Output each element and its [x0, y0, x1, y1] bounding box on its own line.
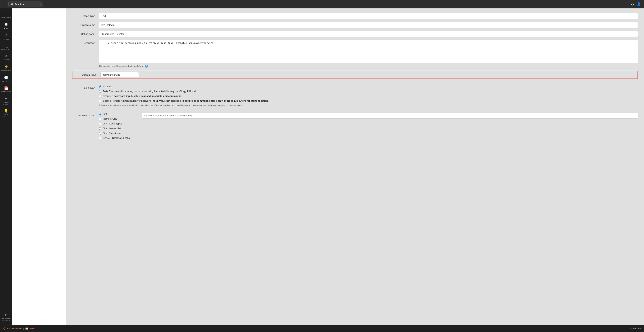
- radio-jira-issues-list-input[interactable]: [99, 127, 102, 130]
- radio-sensu-options-label: Sensu / Options Checks: [103, 136, 130, 139]
- option-name-row: Option Name: [72, 22, 638, 28]
- enterprise-icon: ⬡: [3, 327, 5, 330]
- allowed-values-radio-group: List Remote URL Jira / Issue Types: [99, 113, 137, 139]
- sidebar-item-calendars[interactable]: 📅 CALENDARS: [0, 84, 12, 95]
- description-content-area[interactable]: 1 Selector for defining pods to retrieve…: [99, 40, 638, 63]
- sidebar-label-jobs: JOBS: [4, 27, 8, 29]
- bottom-bar: ⬡ ENTERPRISE | 📰 News ⚙ Support: [0, 325, 644, 332]
- radio-secure-input[interactable]: [99, 95, 102, 97]
- user-icon[interactable]: 👤: [637, 2, 641, 6]
- option-label-control: [99, 31, 638, 37]
- sidebar-item-commands[interactable]: ›_ COMMANDS: [0, 42, 12, 52]
- left-panel: [12, 8, 66, 325]
- sidebar-item-project-settings[interactable]: ⚙ PROJECT SETTINGS: [0, 311, 12, 324]
- input-type-control: Plain text Date The date will pass to yo…: [99, 85, 638, 106]
- sidebar-item-schedules[interactable]: 🕐 SCHEDULES: [0, 73, 12, 84]
- radio-secure-remote-label: Secure Remote Authentication † Password …: [103, 99, 268, 102]
- news-label[interactable]: News: [30, 327, 36, 330]
- bottom-bar-left: ⬡ ENTERPRISE | 📰 News: [3, 327, 36, 330]
- radio-remote-url[interactable]: Remote URL: [99, 117, 137, 120]
- option-name-input[interactable]: [99, 22, 638, 28]
- radio-jira-issues-list[interactable]: Jira / Issues List: [99, 127, 137, 130]
- activity-icon: ↺: [4, 54, 8, 58]
- tour-manager-icon: 💡: [4, 109, 8, 113]
- default-value-label: Default Value: [72, 71, 99, 79]
- nodes-icon: [4, 33, 8, 37]
- sidebar-item-tour-manager[interactable]: 💡 TOUR MANAGER: [0, 107, 12, 119]
- sidebar-item-nodes[interactable]: NODES: [0, 31, 12, 42]
- option-label-input[interactable]: [99, 31, 638, 37]
- sidebar-item-jobs[interactable]: ☰ JOBS: [0, 21, 12, 31]
- radio-list-label: List: [103, 113, 107, 115]
- sidebar-item-dashboard[interactable]: ⊞ DASHBOARD: [0, 10, 12, 21]
- radio-list[interactable]: List: [99, 113, 137, 115]
- radio-date-input[interactable]: [99, 90, 102, 93]
- info-icon: ?: [145, 64, 148, 68]
- radio-plain-text[interactable]: Plain text: [99, 85, 638, 88]
- allowed-values-label: Allowed Values: [72, 113, 99, 117]
- main-layout: ⊞ DASHBOARD ☰ JOBS NODES ›_ COMMANDS ↺ A…: [0, 8, 644, 325]
- radio-jira-issue-types[interactable]: Jira / Issue Types: [99, 122, 137, 125]
- bottom-bar-right[interactable]: ⚙ Support: [630, 327, 641, 330]
- project-settings-icon: ⚙: [4, 313, 8, 317]
- news-separator: |: [23, 327, 24, 330]
- option-name-control: [99, 22, 638, 28]
- radio-sensu-options-input[interactable]: [99, 137, 102, 139]
- default-value-row: Default Value: [72, 71, 638, 79]
- option-type-select[interactable]: Text: [99, 13, 638, 19]
- support-label[interactable]: ⚙ Support: [630, 327, 641, 330]
- sidebar-label-health-checks: HEALTH CHECKS: [1, 101, 12, 105]
- svg-line-3: [5, 34, 6, 35]
- workspace-name: Sandbox: [14, 3, 24, 6]
- settings-icon[interactable]: ⚙: [631, 2, 634, 6]
- description-note-text: The description will be rendered with Ma…: [99, 65, 144, 67]
- radio-list-input[interactable]: [99, 113, 102, 115]
- radio-remote-url-label: Remote URL: [103, 117, 117, 120]
- secure-note: † Secure input values are not stored by …: [99, 104, 638, 106]
- sidebar-label-project-settings: PROJECT SETTINGS: [1, 318, 12, 322]
- input-type-label: Input Type: [72, 85, 99, 89]
- sidebar-item-health-checks[interactable]: ♥ HEALTH CHECKS: [0, 95, 12, 107]
- schedules-icon: 🕐: [4, 75, 8, 80]
- svg-line-4: [6, 34, 7, 35]
- option-type-control: Text: [99, 13, 638, 19]
- description-note: The description will be rendered with Ma…: [99, 64, 638, 68]
- radio-jira-issue-types-input[interactable]: [99, 123, 102, 125]
- workspace-icon: 🖥: [10, 3, 13, 6]
- radio-sensu-options[interactable]: Sensu / Options Checks: [99, 136, 137, 139]
- sidebar-label-webhooks: WEBHOOKS: [1, 70, 11, 72]
- description-row: Description 1 Selector for defining pods…: [72, 40, 638, 68]
- dropdown-arrow-icon: ▾: [40, 3, 41, 6]
- radio-plain-text-input[interactable]: [99, 85, 102, 88]
- sidebar-label-commands: COMMANDS: [1, 48, 11, 50]
- radio-secure-label: Secure † Password input, value exposed i…: [103, 95, 182, 97]
- sidebar-item-activity[interactable]: ↺ ACTIVITY: [0, 52, 12, 63]
- sidebar-item-webhooks[interactable]: ⚡ WEBHOOKS: [0, 63, 12, 73]
- health-checks-icon: ♥: [5, 97, 7, 101]
- spacer2: [72, 109, 638, 113]
- input-type-radio-group: Plain text Date The date will pass to yo…: [99, 85, 638, 102]
- workspace-selector[interactable]: 🖥 Sandbox ▾: [8, 1, 43, 7]
- line-number: 1: [102, 42, 105, 62]
- radio-plain-text-label: Plain text: [103, 85, 113, 88]
- radio-jira-issue-types-label: Jira / Issue Types: [103, 122, 122, 125]
- delimiter-input-wrap: [142, 113, 638, 118]
- radio-secure[interactable]: Secure † Password input, value exposed i…: [99, 95, 638, 97]
- webhooks-icon: ⚡: [4, 65, 8, 69]
- svg-point-0: [6, 33, 7, 34]
- default-value-input-wrapper: [99, 71, 638, 79]
- delimiter-input[interactable]: [142, 113, 638, 118]
- radio-secure-remote[interactable]: Secure Remote Authentication † Password …: [99, 99, 638, 102]
- option-type-select-wrapper: Text: [99, 13, 638, 19]
- radio-remote-url-input[interactable]: [99, 118, 102, 120]
- radio-jira-transitions-input[interactable]: [99, 132, 102, 135]
- top-bar-left: ☰ 🖥 Sandbox ▾: [3, 1, 43, 7]
- sidebar: ⊞ DASHBOARD ☰ JOBS NODES ›_ COMMANDS ↺ A…: [0, 8, 12, 325]
- radio-secure-remote-input[interactable]: [99, 100, 102, 102]
- radio-date[interactable]: Date The date will pass to your job as a…: [99, 90, 638, 93]
- radio-date-label: Date The date will pass to your job as a…: [103, 90, 196, 93]
- commands-icon: ›_: [4, 44, 8, 48]
- menu-icon[interactable]: ☰: [3, 2, 6, 6]
- default-value-input[interactable]: [100, 72, 139, 77]
- radio-jira-transitions[interactable]: Jira / Transitions: [99, 132, 137, 135]
